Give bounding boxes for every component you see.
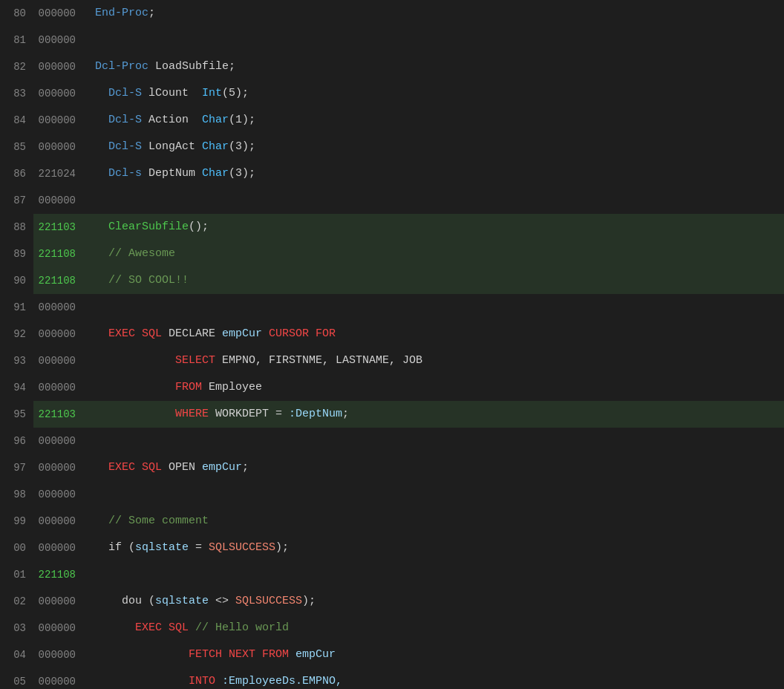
line-content: // Awesome (89, 241, 784, 267)
line-content: Dcl-Proc LoadSubfile; (89, 53, 784, 80)
line-number: 81 (0, 27, 33, 53)
line-content: INTO :EmployeeDs.EMPNO, (89, 668, 784, 689)
line-seq: 000000 (33, 374, 89, 401)
line-number: 82 (0, 53, 33, 80)
line-seq: 221108 (33, 267, 89, 294)
line-content: FETCH NEXT FROM empCur (89, 641, 784, 668)
line-content: FROM Employee (89, 374, 784, 401)
line-number: 03 (0, 615, 33, 641)
line-seq: 000000 (33, 53, 89, 80)
code-line: 85000000 Dcl-S LongAct Char(3); (0, 134, 784, 160)
line-number: 05 (0, 668, 33, 689)
line-content: dou (sqlstate <> SQLSUCCESS); (89, 588, 784, 615)
code-editor: 80000000End-Proc;8100000082000000Dcl-Pro… (0, 0, 784, 689)
line-seq: 000000 (33, 80, 89, 107)
line-seq: 000000 (33, 107, 89, 134)
code-line: 81000000 (0, 27, 784, 53)
line-content: // SO COOL!! (89, 267, 784, 294)
code-line: 02000000 dou (sqlstate <> SQLSUCCESS); (0, 588, 784, 615)
line-content: if (sqlstate = SQLSUCCESS); (89, 535, 784, 561)
code-line: 87000000 (0, 187, 784, 214)
code-line: 83000000 Dcl-S lCount Int(5); (0, 80, 784, 107)
line-content: Dcl-S Action Char(1); (89, 107, 784, 134)
code-line: 05000000 INTO :EmployeeDs.EMPNO, (0, 668, 784, 689)
line-content: EXEC SQL DECLARE empCur CURSOR FOR (89, 321, 784, 347)
line-number: 99 (0, 508, 33, 535)
line-seq: 221108 (33, 561, 89, 588)
line-content (89, 481, 784, 508)
code-line: 93000000 SELECT EMPNO, FIRSTNME, LASTNAM… (0, 347, 784, 374)
line-number: 91 (0, 294, 33, 321)
line-content: Dcl-S LongAct Char(3); (89, 134, 784, 160)
line-seq: 000000 (33, 615, 89, 641)
line-content: ClearSubfile(); (89, 214, 784, 241)
line-number: 87 (0, 187, 33, 214)
line-seq: 000000 (33, 294, 89, 321)
code-line: 01221108 (0, 561, 784, 588)
line-content (89, 27, 784, 53)
line-number: 95 (0, 401, 33, 428)
line-number: 94 (0, 374, 33, 401)
line-number: 83 (0, 80, 33, 107)
line-number: 85 (0, 134, 33, 160)
code-line: 97000000 EXEC SQL OPEN empCur; (0, 454, 784, 481)
line-content: Dcl-S lCount Int(5); (89, 80, 784, 107)
code-line: 89221108 // Awesome (0, 241, 784, 267)
code-line: 04000000 FETCH NEXT FROM empCur (0, 641, 784, 668)
line-number: 97 (0, 454, 33, 481)
line-seq: 000000 (33, 535, 89, 561)
line-seq: 000000 (33, 0, 89, 27)
line-seq: 000000 (33, 588, 89, 615)
code-line: 99000000 // Some comment (0, 508, 784, 535)
code-line: 90221108 // SO COOL!! (0, 267, 784, 294)
code-line: 84000000 Dcl-S Action Char(1); (0, 107, 784, 134)
line-number: 88 (0, 214, 33, 241)
code-line: 86221024 Dcl-s DeptNum Char(3); (0, 160, 784, 187)
line-number: 86 (0, 160, 33, 187)
line-content: // Some comment (89, 508, 784, 535)
line-number: 04 (0, 641, 33, 668)
line-content: SELECT EMPNO, FIRSTNME, LASTNAME, JOB (89, 347, 784, 374)
line-number: 00 (0, 535, 33, 561)
code-line: 03000000 EXEC SQL // Hello world (0, 615, 784, 641)
line-content: Dcl-s DeptNum Char(3); (89, 160, 784, 187)
line-seq: 000000 (33, 481, 89, 508)
code-line: 98000000 (0, 481, 784, 508)
line-content (89, 428, 784, 454)
line-seq: 221103 (33, 401, 89, 428)
code-line: 80000000End-Proc; (0, 0, 784, 27)
code-line: 00000000 if (sqlstate = SQLSUCCESS); (0, 535, 784, 561)
line-content (89, 187, 784, 214)
code-line: 91000000 (0, 294, 784, 321)
line-seq: 000000 (33, 454, 89, 481)
line-number: 01 (0, 561, 33, 588)
code-line: 94000000 FROM Employee (0, 374, 784, 401)
code-line: 82000000Dcl-Proc LoadSubfile; (0, 53, 784, 80)
line-seq: 000000 (33, 27, 89, 53)
line-seq: 000000 (33, 321, 89, 347)
code-line: 95221103 WHERE WORKDEPT = :DeptNum; (0, 401, 784, 428)
line-seq: 221103 (33, 214, 89, 241)
line-seq: 000000 (33, 134, 89, 160)
line-number: 02 (0, 588, 33, 615)
line-content (89, 561, 784, 588)
line-seq: 000000 (33, 428, 89, 454)
line-number: 80 (0, 0, 33, 27)
code-line: 92000000 EXEC SQL DECLARE empCur CURSOR … (0, 321, 784, 347)
line-seq: 000000 (33, 641, 89, 668)
line-content: EXEC SQL OPEN empCur; (89, 454, 784, 481)
code-line: 96000000 (0, 428, 784, 454)
line-seq: 000000 (33, 187, 89, 214)
code-line: 88221103 ClearSubfile(); (0, 214, 784, 241)
line-content: End-Proc; (89, 0, 784, 27)
line-number: 90 (0, 267, 33, 294)
line-number: 96 (0, 428, 33, 454)
line-content: EXEC SQL // Hello world (89, 615, 784, 641)
line-number: 84 (0, 107, 33, 134)
line-content (89, 294, 784, 321)
line-seq: 000000 (33, 508, 89, 535)
line-number: 92 (0, 321, 33, 347)
line-content: WHERE WORKDEPT = :DeptNum; (89, 401, 784, 428)
line-seq: 221024 (33, 160, 89, 187)
line-seq: 000000 (33, 668, 89, 689)
